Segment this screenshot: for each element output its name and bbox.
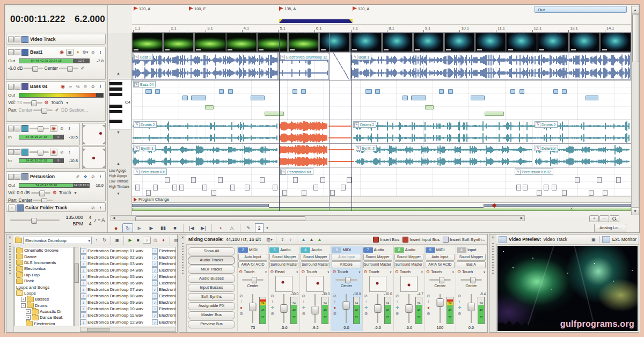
drum-note[interactable]: [575, 177, 580, 183]
tree-item[interactable]: Rock: [15, 278, 73, 284]
mute-icon[interactable]: ⊘: [396, 294, 399, 298]
midi-note[interactable]: [439, 89, 444, 94]
channel-output-device-button[interactable]: Surround Master: [269, 261, 298, 268]
channel-output-device-button[interactable]: Surround Master: [394, 261, 423, 268]
drum-note[interactable]: [341, 185, 346, 191]
midi-note[interactable]: [191, 96, 206, 100]
tree-scrollbar[interactable]: [74, 247, 78, 326]
scroll-right-arrow[interactable]: ▶: [519, 216, 524, 221]
automation-mode-button[interactable]: ⚙Read▾: [269, 268, 299, 275]
horizontal-scrollbar[interactable]: ◀ ▶: [111, 215, 525, 221]
fader-thumb[interactable]: [405, 304, 412, 313]
surround-pan-pad[interactable]: [275, 276, 292, 292]
midi-note[interactable]: [471, 96, 485, 100]
record-arm-icon[interactable]: ●: [240, 305, 243, 310]
drum-note[interactable]: [218, 177, 223, 183]
automation-gear-icon[interactable]: ⚙: [43, 100, 50, 106]
phase-icon[interactable]: ✛: [458, 305, 461, 310]
fx-icon[interactable]: ▣: [66, 49, 74, 56]
time-ruler[interactable]: 120, A100, E135, A120, A Out 1.12.13.14.…: [132, 5, 631, 33]
drum-note[interactable]: [273, 185, 277, 191]
solo-icon[interactable]: !: [459, 299, 460, 304]
mute-icon[interactable]: ⊘: [427, 294, 430, 298]
mixer-channel-strip[interactable]: 4AudioSound MapperSurround Master⚙Touch▾…: [299, 246, 330, 331]
mixer-view-button[interactable]: Input Busses: [188, 284, 235, 292]
timeline-marker[interactable]: 100, E: [189, 6, 206, 12]
solo-icon[interactable]: !: [334, 299, 335, 304]
mute-icon[interactable]: ⊘: [302, 294, 305, 298]
panel-grip[interactable]: ✕: [489, 235, 497, 332]
insert-button[interactable]: Insert Input Bus: [402, 237, 440, 243]
scroll-down-icon[interactable]: ▼: [116, 130, 120, 134]
mute-icon[interactable]: ⊘: [239, 294, 243, 298]
video-thumbnail[interactable]: [163, 33, 194, 52]
drum-note[interactable]: [330, 190, 335, 196]
drum-note[interactable]: [603, 190, 608, 196]
mixer-channel-strip[interactable]: 3AudioSound MapperSurround Master⚙Read▾⊘…: [268, 246, 299, 331]
mute-icon[interactable]: ⊘: [90, 174, 96, 180]
automation-gear-icon[interactable]: ⚙▾: [82, 49, 89, 55]
drum-note[interactable]: [146, 190, 151, 196]
drum-note[interactable]: [347, 177, 352, 183]
mute-icon[interactable]: ⊘: [364, 294, 368, 298]
pan-slider[interactable]: [242, 279, 264, 281]
midi-note[interactable]: [182, 96, 188, 100]
solo-icon[interactable]: !: [272, 299, 273, 304]
time-signature-bottom[interactable]: 4: [89, 221, 91, 226]
video-thumbnail[interactable]: [194, 33, 225, 52]
tree-expander-icon[interactable]: -: [21, 303, 26, 308]
edit-pencil-icon[interactable]: ✐: [79, 65, 86, 71]
midi-note[interactable]: [402, 96, 408, 100]
video-thumbnail[interactable]: [288, 33, 319, 52]
file-row[interactable]: ♪Electronica Drumloop 06.wav♪Electronica: [80, 280, 175, 286]
channel-input-device-button[interactable]: Sound Mapper: [269, 254, 298, 261]
midi-note[interactable]: [586, 96, 598, 100]
track-size-buttons[interactable]: [8, 84, 20, 90]
tree-item[interactable]: DLS Instruments: [15, 260, 73, 266]
scrollbar-thumb[interactable]: [632, 14, 639, 62]
automation-mode-button[interactable]: ⚙Touch▾: [394, 268, 424, 275]
mixer-channel-strip[interactable]: 5MIDIAuto InputKitCore⚙Touch▾Center⊘!●⚙2…: [331, 246, 361, 331]
mixer-channel-strip[interactable]: 8AudioSound MapperSurround Master⚙Touch▾…: [393, 246, 424, 331]
pan-slider[interactable]: [33, 200, 53, 201]
fader-thumb[interactable]: [374, 304, 381, 313]
track-size-buttons[interactable]: [8, 174, 20, 180]
clip-label[interactable]: ✎Drums 2: [134, 121, 157, 128]
up-one-level-icon[interactable]: ↑: [93, 238, 100, 243]
midi-note[interactable]: [251, 96, 265, 100]
go-to-start-button[interactable]: |◀: [186, 223, 197, 233]
file-row[interactable]: ♪Electronica Drumloop 02.wav♪Electronica: [80, 254, 175, 260]
clip-label[interactable]: ✎Bass 04: [133, 81, 156, 87]
mixer-view-button[interactable]: Soft Synths: [188, 293, 235, 301]
video-thumbnail[interactable]: [350, 33, 381, 52]
mixer-view-button[interactable]: Show All: [188, 247, 235, 255]
video-thumbnail[interactable]: [413, 33, 444, 52]
tree-expander-icon[interactable]: +: [26, 315, 31, 320]
solo-icon[interactable]: !: [303, 299, 304, 304]
surround-pan-pad[interactable]: ◤◥ ◣◢: [82, 123, 106, 145]
volume-slider[interactable]: [23, 102, 42, 104]
audio-clip[interactable]: ✎Beat 1: [132, 53, 278, 80]
surround-pan-pad[interactable]: [306, 276, 324, 292]
mixer-view-button[interactable]: Audio Tracks: [188, 257, 235, 265]
record-options-button[interactable]: ◔: [215, 223, 225, 233]
channel-input-device-button[interactable]: Auto Input: [238, 254, 267, 261]
automation-mode-button[interactable]: ⚙Touch▾: [300, 268, 330, 275]
tree-item[interactable]: -Drums: [15, 303, 73, 309]
file-row[interactable]: ♪Electronica Drumloop 05.wav♪Electronica: [80, 273, 175, 280]
video-thumbnail[interactable]: [538, 33, 568, 52]
mixer-view-button[interactable]: MIDI Tracks: [188, 266, 235, 274]
video-preview-frame[interactable]: gulfprograms.org: [497, 246, 638, 331]
volume-fader[interactable]: [283, 294, 284, 323]
phase-icon[interactable]: ✛: [396, 305, 399, 310]
midi-note[interactable]: [265, 112, 284, 116]
drum-note[interactable]: [179, 185, 184, 191]
pan-slider[interactable]: [59, 68, 78, 69]
timeline-marker[interactable]: 120, A: [134, 6, 150, 12]
edit-pencil-icon[interactable]: ✐: [54, 107, 60, 113]
volume-fader[interactable]: [440, 294, 441, 323]
clip-label[interactable]: ✎Drums 2: [535, 121, 558, 128]
audio-clip[interactable]: ✎Electronica Drumloop 12: [278, 53, 329, 80]
fader-thumb[interactable]: [436, 298, 443, 307]
automation-mode-button[interactable]: ⚙Touch▾: [456, 268, 486, 275]
